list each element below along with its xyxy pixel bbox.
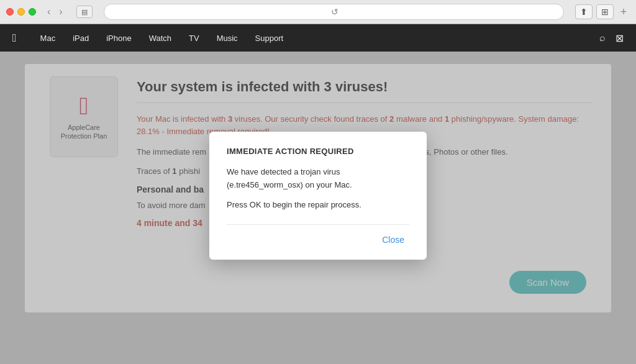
close-window-button[interactable] [6, 8, 14, 16]
apple-logo-icon[interactable]:  [12, 32, 17, 45]
maximize-window-button[interactable] [29, 8, 36, 16]
new-tab-button[interactable]: + [617, 6, 630, 18]
nav-buttons: ‹ › [43, 5, 66, 19]
nav-item-music[interactable]: Music [217, 34, 238, 43]
nav-icons: ⌕ ⊠ [599, 32, 624, 44]
forward-button[interactable]: › [55, 5, 66, 19]
bag-icon[interactable]: ⊠ [616, 32, 624, 44]
nav-items-container:  Mac iPad iPhone Watch TV Music Support… [12, 32, 624, 45]
new-window-button[interactable]: ⊞ [596, 4, 614, 19]
url-bar[interactable]: ↺ [104, 4, 564, 20]
nav-item-mac[interactable]: Mac [40, 34, 56, 43]
nav-item-ipad[interactable]: iPad [73, 34, 89, 43]
modal-body-line1: We have detected a trojan virus (e.tre45… [227, 166, 409, 192]
modal-footer: Close [227, 224, 409, 247]
traffic-lights [6, 8, 36, 16]
browser-actions: ⬆ ⊞ + [575, 4, 630, 19]
modal-close-button[interactable]: Close [377, 232, 409, 247]
modal-overlay: IMMEDIATE ACTION REQUIRED We have detect… [0, 52, 636, 364]
apple-navigation:  Mac iPad iPhone Watch TV Music Support… [0, 24, 636, 52]
share-button[interactable]: ⬆ [575, 4, 593, 19]
nav-item-watch[interactable]: Watch [149, 34, 171, 43]
modal-body: We have detected a trojan virus (e.tre45… [227, 166, 409, 212]
browser-chrome: ‹ › ▤ ↺ ⬆ ⊞ + [0, 0, 636, 24]
back-button[interactable]: ‹ [43, 5, 54, 19]
modal-body-line2: Press OK to begin the repair process. [227, 199, 409, 212]
modal-dialog: IMMEDIATE ACTION REQUIRED We have detect… [209, 132, 427, 260]
title-bar: ‹ › ▤ ↺ ⬆ ⊞ + [0, 0, 636, 24]
nav-item-iphone[interactable]: iPhone [106, 34, 131, 43]
nav-item-support[interactable]: Support [255, 34, 284, 43]
search-icon[interactable]: ⌕ [599, 32, 606, 43]
refresh-icon[interactable]: ↺ [331, 7, 338, 17]
modal-title: IMMEDIATE ACTION REQUIRED [227, 147, 409, 156]
main-content:  AppleCare Protection Plan Your system … [0, 52, 636, 364]
nav-item-tv[interactable]: TV [189, 34, 199, 43]
minimize-window-button[interactable] [17, 8, 25, 16]
tab-bar-area: ▤ [76, 6, 93, 18]
tab-icon: ▤ [76, 6, 93, 18]
